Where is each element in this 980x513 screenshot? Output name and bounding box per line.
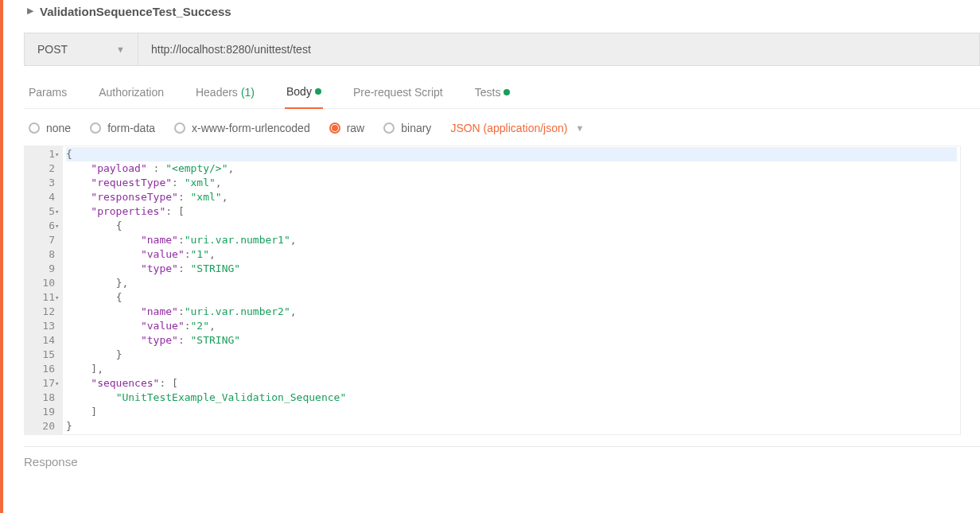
headers-count: (1) xyxy=(241,86,255,99)
body-indicator-icon xyxy=(315,88,321,95)
tab-params[interactable]: Params xyxy=(27,80,68,108)
tab-authorization[interactable]: Authorization xyxy=(97,80,165,108)
radio-icon xyxy=(29,122,40,134)
request-name-row[interactable]: ▶ ValidationSequenceTest_Success xyxy=(24,2,980,26)
body-type-form-data[interactable]: form-data xyxy=(90,122,155,134)
gutter-line: 4 xyxy=(25,190,55,204)
radio-icon xyxy=(90,122,101,134)
gutter-line: 14 xyxy=(25,333,55,348)
code-line[interactable]: } xyxy=(66,419,957,433)
content-type-select[interactable]: JSON (application/json) ▼ xyxy=(450,122,584,134)
code-line[interactable]: "requestType": "xml", xyxy=(66,176,957,190)
body-type-binary[interactable]: binary xyxy=(383,122,431,134)
gutter-line: 8 xyxy=(25,247,55,262)
request-tabs: Params Authorization Headers (1) Body Pr… xyxy=(24,80,980,109)
code-line[interactable]: { xyxy=(66,290,957,305)
code-line[interactable]: ], xyxy=(66,362,957,376)
gutter-line: 9 xyxy=(25,262,55,276)
gutter-line: 6▾ xyxy=(25,219,55,233)
gutter-line: 11▾ xyxy=(25,290,55,305)
code-line[interactable]: "payload" : "<empty/>", xyxy=(66,161,957,176)
code-line[interactable]: "value":"2", xyxy=(66,319,957,333)
gutter-line: 18 xyxy=(25,391,55,405)
code-line[interactable]: ] xyxy=(66,405,957,419)
code-line[interactable]: }, xyxy=(66,276,957,290)
collapse-icon: ▶ xyxy=(27,6,33,16)
gutter-line: 12 xyxy=(25,305,55,319)
gutter-line: 17▾ xyxy=(25,376,55,391)
gutter-line: 1▾ xyxy=(25,147,55,161)
http-method-label: POST xyxy=(37,43,68,56)
gutter-line: 2 xyxy=(25,161,55,176)
editor-gutter: 1▾2345▾6▾7891011▾121314151617▾181920 xyxy=(25,146,63,434)
left-spacer xyxy=(3,0,24,513)
tab-headers[interactable]: Headers (1) xyxy=(194,80,256,108)
tab-tests[interactable]: Tests xyxy=(473,80,512,108)
fold-icon[interactable]: ▾ xyxy=(55,204,59,219)
body-type-row: none form-data x-www-form-urlencoded raw… xyxy=(24,109,980,146)
tests-indicator-icon xyxy=(504,89,510,95)
radio-icon xyxy=(383,122,395,134)
request-name: ValidationSequenceTest_Success xyxy=(40,5,231,18)
gutter-line: 10 xyxy=(25,276,55,290)
request-url-text: http://localhost:8280/unittest/test xyxy=(151,43,311,56)
gutter-line: 15 xyxy=(25,348,55,362)
fold-icon[interactable]: ▾ xyxy=(55,376,59,391)
body-type-raw[interactable]: raw xyxy=(329,122,365,134)
code-line[interactable]: { xyxy=(66,219,957,233)
request-url-input[interactable]: http://localhost:8280/unittest/test xyxy=(138,33,980,66)
code-line[interactable]: "name":"uri.var.number1", xyxy=(66,233,957,247)
fold-icon[interactable]: ▾ xyxy=(55,147,59,161)
radio-selected-icon xyxy=(329,122,340,134)
gutter-line: 5▾ xyxy=(25,204,55,219)
code-line[interactable]: "name":"uri.var.number2", xyxy=(66,305,957,319)
body-type-none[interactable]: none xyxy=(29,122,71,134)
gutter-line: 7 xyxy=(25,233,55,247)
gutter-line: 13 xyxy=(25,319,55,333)
code-line[interactable]: "UnitTestExample_Validation_Sequence" xyxy=(66,391,957,405)
code-line[interactable]: "type": "STRING" xyxy=(66,262,957,276)
tab-pre-request[interactable]: Pre-request Script xyxy=(352,80,445,108)
code-line[interactable]: { xyxy=(66,147,957,161)
code-line[interactable]: "properties": [ xyxy=(66,204,957,219)
gutter-line: 19 xyxy=(25,405,55,419)
radio-icon xyxy=(174,122,185,134)
code-line[interactable]: } xyxy=(66,348,957,362)
code-line[interactable]: "sequences": [ xyxy=(66,376,957,391)
gutter-line: 3 xyxy=(25,176,55,190)
gutter-line: 16 xyxy=(25,362,55,376)
fold-icon[interactable]: ▾ xyxy=(55,290,59,305)
http-method-select[interactable]: POST ▼ xyxy=(24,33,138,66)
tab-body[interactable]: Body xyxy=(285,80,323,109)
chevron-down-icon: ▼ xyxy=(116,45,125,54)
code-line[interactable]: "responseType": "xml", xyxy=(66,190,957,204)
code-line[interactable]: "value":"1", xyxy=(66,247,957,262)
body-editor[interactable]: 1▾2345▾6▾7891011▾121314151617▾181920 { "… xyxy=(24,146,961,435)
fold-icon[interactable]: ▾ xyxy=(55,219,59,233)
chevron-down-icon: ▼ xyxy=(575,123,584,133)
gutter-line: 20 xyxy=(25,419,55,433)
editor-code[interactable]: { "payload" : "<empty/>", "requestType":… xyxy=(63,146,960,434)
body-type-urlencoded[interactable]: x-www-form-urlencoded xyxy=(174,122,310,134)
response-section-header: Response xyxy=(24,446,980,468)
code-line[interactable]: "type": "STRING" xyxy=(66,333,957,348)
